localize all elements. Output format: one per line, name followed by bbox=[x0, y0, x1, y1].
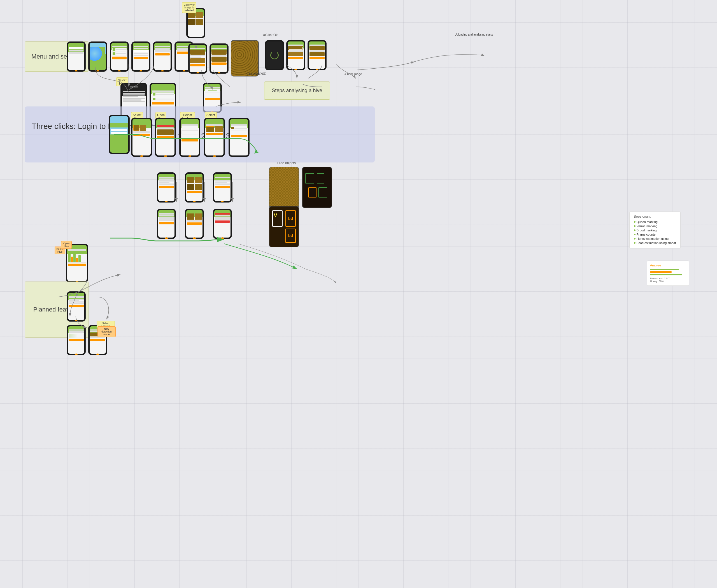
feature-honey: Honey estimation using bbox=[637, 237, 669, 240]
phone-results-2 bbox=[308, 40, 326, 70]
phone-final-results bbox=[229, 118, 250, 157]
phone-results-1 bbox=[286, 40, 305, 70]
sticky-gallery-label: Gallery orimage isselected bbox=[182, 2, 196, 13]
phone-lower-3 bbox=[213, 172, 232, 203]
phone-analysis-2 bbox=[210, 43, 229, 74]
sticky-planned-2: New detectionmode bbox=[98, 327, 116, 337]
steps-analysing-box: Steps analysing a hive bbox=[264, 82, 330, 100]
feature-brood-marking: Brood marking bbox=[637, 229, 657, 232]
phone-settings bbox=[153, 41, 172, 72]
svg-marker-2 bbox=[254, 150, 258, 153]
phone-planned-1 bbox=[67, 291, 86, 321]
sticky-bottom-2: OpenHive bbox=[61, 241, 72, 249]
phone-image-select bbox=[204, 118, 225, 157]
phone-current-plan bbox=[131, 41, 150, 72]
phone-menu-1 bbox=[67, 41, 86, 72]
feature-frame-counter: Frame counter bbox=[637, 233, 657, 236]
connections-svg bbox=[0, 0, 717, 588]
phone-lower-2 bbox=[185, 172, 204, 203]
phone-hive-view bbox=[155, 118, 176, 157]
bee-photo-lower-1 bbox=[269, 167, 299, 208]
feature-varroa-marking: Varroa marking bbox=[637, 224, 657, 228]
three-clicks-section: Three clicks: Login to Results SelectHiv… bbox=[25, 106, 375, 163]
bee-photo-large bbox=[231, 40, 259, 77]
canvas: Menu and settings bbox=[0, 0, 717, 588]
phone-loading bbox=[265, 40, 284, 70]
upload-annotation: Uploading and analysing starts bbox=[455, 33, 493, 36]
phone-lower-1 bbox=[157, 172, 176, 203]
click-ok-annotation: #Click Ok bbox=[263, 33, 278, 37]
phone-hive-list bbox=[110, 41, 129, 72]
phone-analysis-select bbox=[179, 118, 200, 157]
phone-planned-2 bbox=[67, 325, 86, 355]
results-panel: Analyse Bees count: 1247 Honey: 68% bbox=[647, 260, 689, 286]
phone-chart bbox=[66, 244, 88, 282]
phone-lower-row2-3 bbox=[213, 209, 232, 239]
phone-lower-row2-1 bbox=[157, 209, 176, 239]
phone-map bbox=[88, 41, 107, 72]
bee-photo-detection bbox=[302, 167, 332, 208]
hide-objects-annotation: Hide objects bbox=[277, 161, 296, 165]
phone-login bbox=[109, 115, 130, 154]
feature-list-panel: Bees count Queen marking Varroa marking … bbox=[629, 211, 680, 249]
click-analyse-annotation: Click ANALYSE bbox=[247, 72, 266, 75]
new-image-annotation: 4 new image bbox=[344, 72, 362, 76]
bee-photo-detection-2: V bd bd bbox=[269, 206, 299, 247]
steps-analysing-label: Steps analysing a hive bbox=[272, 88, 322, 93]
feature-food: Food estimation using smear bbox=[637, 241, 676, 245]
feature-queen-marking: Queen marking bbox=[637, 220, 658, 224]
phone-lower-row2-2 bbox=[185, 209, 204, 239]
phone-analysis-1 bbox=[188, 43, 207, 74]
phone-open-hive bbox=[131, 118, 152, 157]
